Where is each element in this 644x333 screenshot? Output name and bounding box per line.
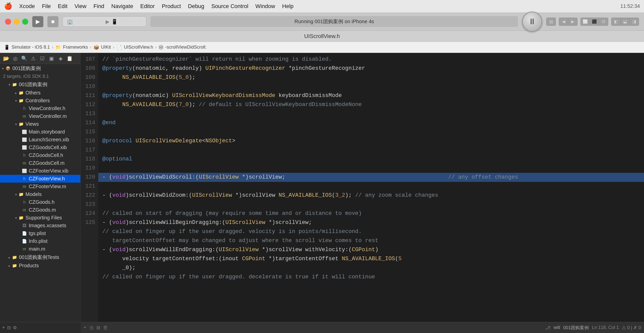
code-content[interactable]: 107 108 109 110 111 112 113 114 115 116 …	[81, 53, 644, 322]
bc-simulator[interactable]: Simulator - iOS 8.1	[12, 45, 50, 50]
disclosure-icon: ▾	[9, 83, 10, 87]
sidebar-item-info-plist[interactable]: 📄 Info.plist	[0, 237, 80, 245]
add-button[interactable]: +	[2, 325, 5, 330]
sidebar-item-viewcontroller-h[interactable]: h ViewController.h	[0, 105, 80, 112]
sidebar-item-czgoods-h[interactable]: h CZGoods.h	[0, 198, 80, 206]
filter-button[interactable]: ⊟	[7, 325, 11, 330]
sidebar-reports-icon[interactable]: 📋	[66, 54, 74, 62]
menu-edit[interactable]: Edit	[58, 3, 68, 10]
run-button[interactable]: ▶	[32, 16, 43, 27]
menu-help[interactable]: Help	[282, 3, 294, 10]
bc-sep3: ›	[113, 45, 114, 50]
sidebar-item-main-storyboard[interactable]: ⬜ Main.storyboard	[0, 128, 80, 136]
settings-button[interactable]: ⚙	[13, 325, 17, 330]
menu-editor[interactable]: Editor	[140, 3, 155, 10]
toolbar-right: ▤ ◀ ▶ ⬜ ⬛ ⊟ ◧ ⬓ ◨	[546, 18, 639, 26]
bc-frameworks[interactable]: Frameworks	[63, 45, 88, 50]
sidebar-item-czgoodscell-h[interactable]: h CZGoodsCell.h	[0, 151, 80, 159]
products-label: Products	[19, 263, 39, 269]
plist-icon: 📄	[22, 239, 27, 244]
left-panel-toggle[interactable]: ◧	[611, 18, 621, 25]
menu-bar: 🍎 Xcode File Edit View Find Navigate Edi…	[0, 0, 644, 13]
assistant-editor[interactable]: ⬛	[590, 18, 599, 25]
sidebar-item-views[interactable]: ▾ 📁 Views	[0, 120, 80, 128]
menu-window[interactable]: Window	[255, 3, 275, 10]
sidebar-item-czgoodscell-xib[interactable]: ⬜ CZGoodsCell.xib	[0, 144, 80, 151]
sidebar-search-icon[interactable]: 🔍	[20, 54, 28, 62]
sidebar-item-viewcontroller-m[interactable]: m ViewController.m	[0, 112, 80, 120]
m-file-icon: m	[22, 160, 27, 166]
add-file-icon[interactable]: +	[84, 325, 86, 330]
pause-button[interactable]: ⏸	[522, 12, 542, 32]
h-file-icon: h	[22, 106, 27, 111]
maximize-button[interactable]	[22, 19, 28, 25]
sidebar-item-tests[interactable]: ▸ 📁 001团购案例Tests	[0, 253, 80, 262]
sidebar-toggle[interactable]: ▤	[546, 18, 556, 25]
menu-find[interactable]: Find	[93, 3, 104, 10]
scheme-label: 001团购案例	[75, 18, 104, 25]
sidebar-files-icon[interactable]: 📂	[2, 54, 10, 62]
sidebar-breakpoints-icon[interactable]: ◈	[56, 54, 65, 62]
bc-file[interactable]: UIScrollView.h	[124, 45, 153, 50]
main-m-label: main.m	[29, 246, 45, 252]
menu-product[interactable]: Product	[162, 3, 181, 10]
m-file-icon: m	[22, 246, 27, 252]
sidebar-item-czfooterview-m[interactable]: m CZFooterView.m	[0, 183, 80, 190]
sidebar-item-czgoods-m[interactable]: m CZGoods.m	[0, 206, 80, 214]
tgs-plist-label: tgs.plist	[29, 230, 46, 236]
bottom-bar: + ◷ ⊟ ☰ ⎇ witl 001团购案例 Ln 118, Col 1 ⚠ 0…	[81, 322, 644, 333]
disclosure-icon: ▸	[15, 91, 17, 95]
sidebar-item-main-m[interactable]: m main.m	[0, 245, 80, 253]
sidebar-item-launchscreen[interactable]: ⬜ LaunchScreen.xib	[0, 136, 80, 144]
version-editor[interactable]: ⊟	[599, 18, 608, 25]
menu-navigate[interactable]: Navigate	[111, 3, 133, 10]
back-button[interactable]: ◀	[559, 18, 568, 25]
minimize-button[interactable]	[14, 19, 20, 25]
sidebar-item-models[interactable]: ▾ 📁 Models	[0, 190, 80, 198]
sidebar-item-others[interactable]: ▸ 📁 Others	[0, 89, 80, 97]
menu-file[interactable]: File	[42, 3, 51, 10]
sidebar-item-project[interactable]: ▾ 📦 001团购案例	[0, 64, 80, 73]
models-folder-icon: 📁	[18, 192, 24, 197]
bc-method[interactable]: -scrollViewDidScroll:	[165, 45, 207, 50]
sidebar-item-main-group[interactable]: ▾ 📁 001团购案例	[0, 80, 80, 89]
bc-uikit[interactable]: UIKit	[101, 45, 111, 50]
storyboard-icon: ⬜	[22, 129, 27, 135]
right-panel-toggle[interactable]: ◨	[630, 18, 639, 25]
sidebar-bottom-toolbar: + ⊟ ⚙	[0, 322, 81, 333]
panel-buttons: ◧ ⬓ ◨	[611, 18, 639, 26]
sidebar-item-products[interactable]: ▸ 📁 Products	[0, 262, 80, 270]
sidebar-item-czfooterview-xib[interactable]: ⬜ CZFooterView.xib	[0, 167, 80, 175]
code-editor[interactable]: // `pinchGestureRecognizer` will return …	[98, 53, 644, 322]
forward-button[interactable]: ▶	[568, 18, 577, 25]
sidebar-symbols-icon[interactable]: ◎	[11, 54, 19, 62]
bottom-panel-toggle[interactable]: ⬓	[621, 18, 630, 25]
sidebar-debug-icon[interactable]: ▣	[47, 54, 55, 62]
sidebar-item-czfooterview-h[interactable]: h CZFooterView.h	[0, 175, 80, 183]
close-button[interactable]	[5, 19, 11, 25]
czgoodscell-h-label: CZGoodsCell.h	[29, 152, 63, 158]
bottom-bar-right: ⎇ witl 001团购案例 Ln 118, Col 1 ⚠ 0 | ✗ 0	[545, 325, 641, 331]
m-file-icon: m	[22, 114, 27, 119]
stop-button[interactable]: ■	[47, 16, 58, 27]
menu-source-control[interactable]: Source Control	[211, 3, 248, 10]
apple-menu[interactable]: 🍎	[4, 2, 12, 10]
menu-view[interactable]: View	[75, 3, 86, 10]
menu-debug[interactable]: Debug	[188, 3, 204, 10]
sidebar-item-tgs-plist[interactable]: 📄 tgs.plist	[0, 229, 80, 237]
standard-editor[interactable]: ⬜	[581, 18, 590, 25]
sidebar-item-controllers[interactable]: ▾ 📁 Controllers	[0, 97, 80, 105]
blame-icon[interactable]: ⊟	[96, 325, 100, 330]
menu-xcode[interactable]: Xcode	[19, 3, 35, 10]
sidebar-tests-icon[interactable]: ☑	[38, 54, 46, 62]
sidebar-item-supporting-files[interactable]: ▾ 📁 Supporting Files	[0, 214, 80, 222]
history-icon[interactable]: ◷	[89, 325, 93, 330]
sidebar-item-images[interactable]: 🖼 Images.xcassets	[0, 222, 80, 229]
log-icon[interactable]: ☰	[103, 325, 107, 330]
sidebar-item-czgoodscell-m[interactable]: m CZGoodsCell.m	[0, 159, 80, 167]
sidebar-issues-icon[interactable]: ⚠	[29, 54, 37, 62]
xcassets-icon: 🖼	[22, 223, 27, 228]
scheme-selector[interactable]: 🏢 001团购案例 ▶ 📱 iPhone 4s	[62, 16, 146, 27]
launchscreen-label: LaunchScreen.xib	[29, 137, 69, 143]
controllers-label: Controllers	[25, 98, 50, 104]
